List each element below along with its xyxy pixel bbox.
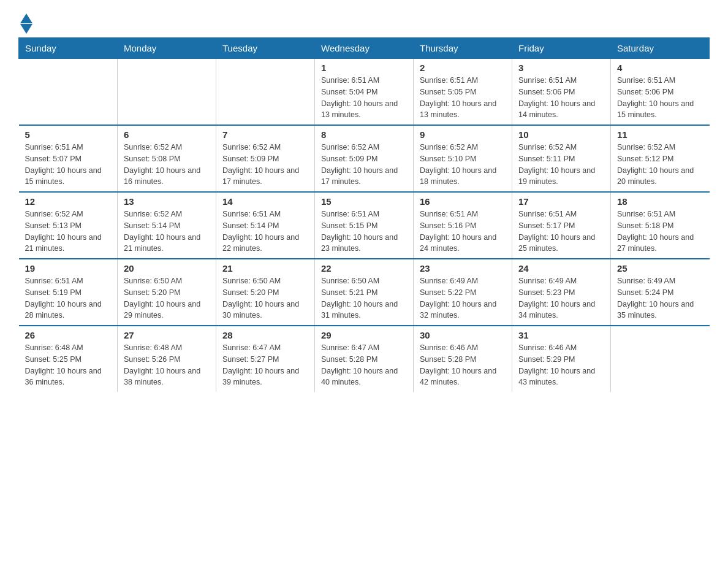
calendar-cell: 6Sunrise: 6:52 AM Sunset: 5:08 PM Daylig… (118, 125, 216, 192)
weekday-header-sunday: Sunday (19, 38, 118, 59)
day-number: 14 (222, 196, 308, 207)
day-info: Sunrise: 6:48 AM Sunset: 5:25 PM Dayligh… (25, 342, 112, 388)
calendar-cell: 30Sunrise: 6:46 AM Sunset: 5:28 PM Dayli… (414, 326, 512, 392)
calendar-cell: 19Sunrise: 6:51 AM Sunset: 5:19 PM Dayli… (19, 259, 118, 326)
calendar-cell: 16Sunrise: 6:51 AM Sunset: 5:16 PM Dayli… (414, 192, 512, 259)
day-info: Sunrise: 6:52 AM Sunset: 5:08 PM Dayligh… (124, 142, 210, 188)
calendar-cell: 28Sunrise: 6:47 AM Sunset: 5:27 PM Dayli… (216, 326, 315, 392)
day-number: 18 (617, 196, 703, 207)
day-info: Sunrise: 6:50 AM Sunset: 5:20 PM Dayligh… (124, 275, 210, 321)
day-number: 16 (420, 196, 506, 207)
calendar-cell: 1Sunrise: 6:51 AM Sunset: 5:04 PM Daylig… (315, 59, 414, 126)
day-number: 31 (518, 330, 604, 340)
calendar-cell: 3Sunrise: 6:51 AM Sunset: 5:06 PM Daylig… (512, 59, 611, 126)
day-info: Sunrise: 6:52 AM Sunset: 5:13 PM Dayligh… (25, 209, 112, 255)
day-number: 23 (420, 263, 506, 274)
day-info: Sunrise: 6:51 AM Sunset: 5:05 PM Dayligh… (420, 75, 506, 121)
weekday-header-monday: Monday (118, 38, 216, 59)
calendar-cell: 7Sunrise: 6:52 AM Sunset: 5:09 PM Daylig… (216, 125, 315, 192)
calendar-cell: 8Sunrise: 6:52 AM Sunset: 5:09 PM Daylig… (315, 125, 414, 192)
day-number: 22 (321, 263, 407, 274)
calendar-row-0: 1Sunrise: 6:51 AM Sunset: 5:04 PM Daylig… (19, 59, 710, 126)
day-info: Sunrise: 6:52 AM Sunset: 5:09 PM Dayligh… (222, 142, 308, 188)
weekday-header-thursday: Thursday (414, 38, 512, 59)
logo (18, 12, 32, 31)
calendar-cell: 29Sunrise: 6:47 AM Sunset: 5:28 PM Dayli… (315, 326, 414, 392)
day-info: Sunrise: 6:51 AM Sunset: 5:06 PM Dayligh… (518, 75, 604, 121)
day-info: Sunrise: 6:50 AM Sunset: 5:20 PM Dayligh… (222, 275, 308, 321)
day-number: 30 (420, 330, 506, 340)
day-info: Sunrise: 6:51 AM Sunset: 5:19 PM Dayligh… (25, 275, 112, 321)
calendar-cell: 14Sunrise: 6:51 AM Sunset: 5:14 PM Dayli… (216, 192, 315, 259)
day-number: 27 (124, 330, 210, 340)
calendar-cell: 21Sunrise: 6:50 AM Sunset: 5:20 PM Dayli… (216, 259, 315, 326)
day-number: 21 (222, 263, 308, 274)
calendar-cell: 2Sunrise: 6:51 AM Sunset: 5:05 PM Daylig… (414, 59, 512, 126)
calendar-cell: 12Sunrise: 6:52 AM Sunset: 5:13 PM Dayli… (19, 192, 118, 259)
day-number: 9 (420, 129, 506, 140)
day-number: 12 (25, 196, 112, 207)
day-info: Sunrise: 6:46 AM Sunset: 5:29 PM Dayligh… (518, 342, 604, 388)
calendar-cell (611, 326, 710, 392)
day-number: 25 (617, 263, 703, 274)
weekday-header-row: SundayMondayTuesdayWednesdayThursdayFrid… (19, 38, 710, 59)
calendar-cell: 15Sunrise: 6:51 AM Sunset: 5:15 PM Dayli… (315, 192, 414, 259)
calendar-cell (19, 59, 118, 126)
day-info: Sunrise: 6:51 AM Sunset: 5:14 PM Dayligh… (222, 209, 308, 255)
calendar-table: SundayMondayTuesdayWednesdayThursdayFrid… (18, 37, 710, 392)
day-number: 5 (25, 129, 112, 140)
day-number: 3 (518, 63, 604, 73)
day-number: 11 (617, 129, 703, 140)
calendar-cell: 9Sunrise: 6:52 AM Sunset: 5:10 PM Daylig… (414, 125, 512, 192)
day-info: Sunrise: 6:51 AM Sunset: 5:18 PM Dayligh… (617, 209, 703, 255)
day-info: Sunrise: 6:52 AM Sunset: 5:10 PM Dayligh… (420, 142, 506, 188)
calendar-cell: 11Sunrise: 6:52 AM Sunset: 5:12 PM Dayli… (611, 125, 710, 192)
calendar-cell: 13Sunrise: 6:52 AM Sunset: 5:14 PM Dayli… (118, 192, 216, 259)
weekday-header-saturday: Saturday (611, 38, 710, 59)
calendar-cell: 5Sunrise: 6:51 AM Sunset: 5:07 PM Daylig… (19, 125, 118, 192)
calendar-row-3: 19Sunrise: 6:51 AM Sunset: 5:19 PM Dayli… (19, 259, 710, 326)
calendar-cell: 4Sunrise: 6:51 AM Sunset: 5:06 PM Daylig… (611, 59, 710, 126)
calendar-cell: 23Sunrise: 6:49 AM Sunset: 5:22 PM Dayli… (414, 259, 512, 326)
calendar-cell: 18Sunrise: 6:51 AM Sunset: 5:18 PM Dayli… (611, 192, 710, 259)
weekday-header-tuesday: Tuesday (216, 38, 315, 59)
day-number: 1 (321, 63, 407, 73)
calendar-cell: 24Sunrise: 6:49 AM Sunset: 5:23 PM Dayli… (512, 259, 611, 326)
day-info: Sunrise: 6:47 AM Sunset: 5:28 PM Dayligh… (321, 342, 407, 388)
day-number: 8 (321, 129, 407, 140)
day-number: 20 (124, 263, 210, 274)
day-number: 19 (25, 263, 112, 274)
day-info: Sunrise: 6:48 AM Sunset: 5:26 PM Dayligh… (124, 342, 210, 388)
day-info: Sunrise: 6:52 AM Sunset: 5:09 PM Dayligh… (321, 142, 407, 188)
day-number: 4 (617, 63, 703, 73)
day-info: Sunrise: 6:51 AM Sunset: 5:06 PM Dayligh… (617, 75, 703, 121)
weekday-header-wednesday: Wednesday (315, 38, 414, 59)
day-number: 17 (518, 196, 604, 207)
calendar-cell: 31Sunrise: 6:46 AM Sunset: 5:29 PM Dayli… (512, 326, 611, 392)
calendar-row-4: 26Sunrise: 6:48 AM Sunset: 5:25 PM Dayli… (19, 326, 710, 392)
calendar-cell: 10Sunrise: 6:52 AM Sunset: 5:11 PM Dayli… (512, 125, 611, 192)
calendar-cell: 22Sunrise: 6:50 AM Sunset: 5:21 PM Dayli… (315, 259, 414, 326)
calendar-cell: 17Sunrise: 6:51 AM Sunset: 5:17 PM Dayli… (512, 192, 611, 259)
calendar-cell: 25Sunrise: 6:49 AM Sunset: 5:24 PM Dayli… (611, 259, 710, 326)
day-info: Sunrise: 6:51 AM Sunset: 5:07 PM Dayligh… (25, 142, 112, 188)
day-number: 10 (518, 129, 604, 140)
calendar-row-2: 12Sunrise: 6:52 AM Sunset: 5:13 PM Dayli… (19, 192, 710, 259)
day-info: Sunrise: 6:49 AM Sunset: 5:24 PM Dayligh… (617, 275, 703, 321)
day-info: Sunrise: 6:49 AM Sunset: 5:23 PM Dayligh… (518, 275, 604, 321)
calendar-cell: 26Sunrise: 6:48 AM Sunset: 5:25 PM Dayli… (19, 326, 118, 392)
day-info: Sunrise: 6:50 AM Sunset: 5:21 PM Dayligh… (321, 275, 407, 321)
day-info: Sunrise: 6:52 AM Sunset: 5:11 PM Dayligh… (518, 142, 604, 188)
day-number: 7 (222, 129, 308, 140)
day-info: Sunrise: 6:52 AM Sunset: 5:12 PM Dayligh… (617, 142, 703, 188)
day-info: Sunrise: 6:52 AM Sunset: 5:14 PM Dayligh… (124, 209, 210, 255)
day-number: 13 (124, 196, 210, 207)
calendar-cell: 20Sunrise: 6:50 AM Sunset: 5:20 PM Dayli… (118, 259, 216, 326)
day-info: Sunrise: 6:51 AM Sunset: 5:17 PM Dayligh… (518, 209, 604, 255)
day-number: 28 (222, 330, 308, 340)
day-number: 29 (321, 330, 407, 340)
day-number: 6 (124, 129, 210, 140)
day-info: Sunrise: 6:46 AM Sunset: 5:28 PM Dayligh… (420, 342, 506, 388)
calendar-row-1: 5Sunrise: 6:51 AM Sunset: 5:07 PM Daylig… (19, 125, 710, 192)
day-number: 2 (420, 63, 506, 73)
